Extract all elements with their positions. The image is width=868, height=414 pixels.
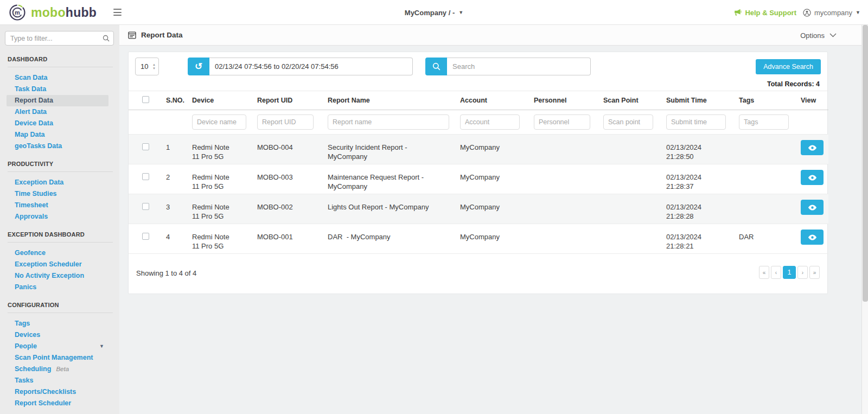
sidebar-item-no-activity-exception[interactable]: No Activity Exception [7, 270, 108, 282]
column-header-report-uid[interactable]: Report UID [242, 91, 313, 110]
column-header-scan-point[interactable]: Scan Point [589, 91, 652, 110]
column-header-view[interactable]: View [786, 91, 828, 110]
row-checkbox[interactable] [142, 173, 149, 180]
cell-device: Redmi Note 11 Pro 5G [177, 164, 242, 194]
sidebar-item-label: Alert Data [15, 108, 47, 116]
sidebar-item-time-studies[interactable]: Time Studies [7, 188, 108, 200]
cell-report-uid: MOBO-004 [242, 135, 313, 164]
last-page-button[interactable]: » [809, 266, 820, 279]
help-support-link[interactable]: Help & Support [733, 9, 796, 17]
divider [8, 67, 113, 67]
beta-badge: Beta [56, 366, 69, 372]
options-label: Options [800, 31, 825, 40]
filter-input-device-name[interactable] [192, 114, 246, 130]
view-report-button[interactable] [801, 140, 824, 155]
sidebar-item-geofence[interactable]: Geofence [7, 247, 108, 259]
cell-name: Maintenance Request Report - MyCompany [313, 164, 445, 194]
row-checkbox[interactable] [142, 143, 149, 150]
help-support-label: Help & Support [745, 9, 796, 17]
sidebar-item-tags[interactable]: Tags [7, 318, 108, 329]
view-report-button[interactable] [801, 200, 824, 215]
cell-scan-point [589, 164, 652, 194]
eye-icon [808, 234, 817, 241]
page-number-button[interactable]: 1 [783, 266, 796, 279]
sidebar-item-panics[interactable]: Panics [7, 282, 108, 293]
sidebar-item-label: Approvals [15, 213, 48, 220]
filter-cell-empty [151, 110, 177, 135]
sidebar-item-scan-point-management[interactable]: Scan Point Management [7, 352, 108, 364]
sidebar-item-task-data[interactable]: Task Data [7, 84, 108, 95]
sidebar-item-reports-checklists[interactable]: Reports/Checklists [7, 386, 108, 398]
select-all-checkbox[interactable] [142, 96, 149, 103]
view-report-button[interactable] [801, 230, 824, 245]
column-header-tags[interactable]: Tags [724, 91, 786, 110]
next-page-button[interactable]: › [797, 266, 808, 279]
nav-section-title: CONFIGURATION [8, 302, 112, 308]
sidebar-item-device-data[interactable]: Device Data [7, 118, 108, 129]
column-header-device[interactable]: Device [177, 91, 242, 110]
column-header-report-name[interactable]: Report Name [313, 91, 445, 110]
stepper-arrows-icon[interactable]: ▲▼ [152, 63, 156, 71]
sidebar-item-exception-data[interactable]: Exception Data [7, 177, 108, 188]
column-header-submit-time[interactable]: Submit Time [652, 91, 724, 110]
sidebar-item-scan-data[interactable]: Scan Data [7, 72, 108, 84]
filter-input-submit-time[interactable] [666, 114, 726, 130]
total-records: Total Records: 4 [136, 80, 820, 88]
sidebar-item-timesheet[interactable]: Timesheet [7, 200, 108, 211]
first-page-button[interactable]: « [759, 266, 769, 279]
sidebar-item-map-data[interactable]: Map Data [7, 129, 108, 141]
filter-input-scan-point[interactable] [603, 114, 653, 130]
cell-account: MyCompany [445, 224, 519, 254]
window-scrollbar[interactable] [861, 25, 868, 414]
sidebar-item-approvals[interactable]: Approvals [7, 211, 108, 222]
row-checkbox[interactable] [142, 203, 149, 210]
sidebar-item-exception-scheduler[interactable]: Exception Scheduler [7, 259, 108, 270]
filter-input-personnel[interactable] [534, 114, 590, 130]
search-input[interactable] [447, 58, 591, 75]
cell-personnel [519, 194, 589, 224]
user-menu[interactable]: mycompany ▼ [803, 9, 860, 17]
sidebar-item-scheduling[interactable]: SchedulingBeta [7, 364, 108, 375]
sidebar-item-people[interactable]: People▼ [7, 341, 108, 352]
column-header-s-no[interactable]: S.NO. [151, 91, 177, 110]
filter-input-report-name[interactable] [328, 114, 449, 130]
advance-search-button[interactable]: Advance Search [756, 59, 821, 74]
refresh-button[interactable]: ↺ [188, 58, 209, 75]
column-header-personnel[interactable]: Personnel [519, 91, 589, 110]
filter-input-tags[interactable] [739, 114, 789, 130]
cell-device: Redmi Note 11 Pro 5G [177, 224, 242, 254]
sidebar-item-alert-data[interactable]: Alert Data [7, 106, 108, 118]
table-controls: 10 ▲▼ ↺ Advance Search [135, 58, 821, 75]
filter-input-account[interactable] [460, 114, 520, 130]
menu-toggle-icon[interactable] [113, 9, 122, 16]
date-range-input[interactable] [209, 58, 413, 75]
date-range-group: ↺ [188, 58, 413, 75]
column-header-account[interactable]: Account [445, 91, 519, 110]
filter-input-report-uid[interactable] [257, 114, 314, 130]
row-checkbox[interactable] [142, 233, 149, 240]
options-button[interactable]: Options [800, 25, 837, 46]
scrollbar-thumb[interactable] [863, 25, 868, 302]
sidebar-item-label: Map Data [15, 131, 45, 138]
sidebar-item-devices[interactable]: Devices [7, 329, 108, 341]
sidebar-item-label: Reports/Checklists [15, 388, 76, 396]
prev-page-button[interactable]: ‹ [771, 266, 781, 279]
sidebar-item-tasks[interactable]: Tasks [7, 375, 108, 386]
view-report-button[interactable] [801, 170, 824, 185]
brand-logo[interactable]: m mobohubb [9, 4, 97, 21]
sidebar-item-report-data[interactable]: Report Data [7, 95, 108, 106]
sidebar-item-label: Exception Data [15, 179, 63, 186]
cell-sno: 1 [151, 135, 177, 164]
search-button[interactable] [425, 58, 447, 75]
sidebar-item-label: Timesheet [15, 201, 48, 209]
divider [8, 171, 113, 172]
filter-cell-device-name [177, 110, 242, 135]
row-view-cell [786, 135, 828, 164]
cell-scan-point [589, 135, 652, 164]
sidebar-filter-input[interactable] [5, 31, 114, 46]
sidebar-item-label: Tasks [15, 377, 34, 384]
sidebar-item-geotasks-data[interactable]: geoTasks Data [7, 141, 108, 152]
sidebar-item-report-scheduler[interactable]: Report Scheduler [7, 398, 108, 409]
company-selector[interactable]: MyCompany / - ▼ [326, 0, 542, 25]
page-size-input[interactable]: 10 ▲▼ [135, 58, 159, 75]
